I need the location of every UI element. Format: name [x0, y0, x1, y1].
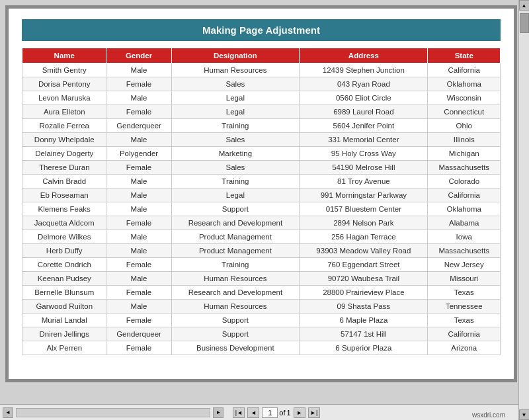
bottom-bar: ◄ ► |◄ ◄ of 1 ► ►| wsxdri.com [0, 404, 518, 420]
table-row: Alx PerrenFemaleBusiness Development6 Su… [22, 341, 501, 355]
table-row: Murial LandalFemaleSupport6 Maple PlazaT… [22, 314, 501, 327]
prev-page-button[interactable]: ◄ [247, 407, 259, 418]
table-row: Delmore WilkesMaleProduct Management256 … [22, 230, 501, 244]
table-cell: Male [106, 272, 171, 286]
table-cell: Female [106, 314, 171, 327]
page-title: Making Page Adjustment [22, 19, 501, 41]
table-cell: 93903 Meadow Valley Road [300, 244, 428, 258]
table-cell: 2894 Nelson Park [300, 216, 428, 230]
table-cell: 760 Eggendart Street [300, 258, 428, 272]
table-cell: Alx Perren [22, 341, 106, 355]
next-page-button[interactable]: ► [294, 407, 305, 418]
table-cell: Ohio [428, 119, 501, 133]
table-cell: Female [106, 105, 171, 119]
table-cell: Marketing [171, 147, 300, 161]
table-cell: Dniren Jellings [22, 327, 106, 341]
table-row: Donny WhelpdaleMaleSales331 Memorial Cen… [22, 133, 501, 147]
table-cell: Texas [428, 314, 501, 327]
table-row: Jacquetta AldcomFemaleResearch and Devel… [22, 216, 501, 230]
table-cell: 90720 Waubesa Trail [300, 272, 428, 286]
table-cell: Support [171, 327, 300, 341]
table-cell: Donny Whelpdale [22, 133, 106, 147]
table-cell: Genderqueer [106, 119, 171, 133]
table-cell: Herb Duffy [22, 244, 106, 258]
table-cell: Male [106, 91, 171, 105]
table-row: Corette OndrichFemaleTraining760 Eggenda… [22, 258, 501, 272]
table-cell: Male [106, 244, 171, 258]
table-cell: Aura Elleton [22, 105, 106, 119]
table-cell: 043 Ryan Road [300, 77, 428, 91]
table-cell: 5604 Jenifer Point [300, 119, 428, 133]
table-cell: Female [106, 161, 171, 175]
table-cell: Legal [171, 105, 300, 119]
table-cell: Dorisa Pentony [22, 77, 106, 91]
table-cell: Male [106, 300, 171, 314]
first-page-button[interactable]: |◄ [233, 407, 245, 418]
table-cell: Keenan Pudsey [22, 272, 106, 286]
table-cell: Murial Landal [22, 314, 106, 327]
table-cell: Research and Development [171, 286, 300, 300]
table-cell: Female [106, 258, 171, 272]
scroll-right-button[interactable]: ► [213, 407, 224, 418]
table-cell: Connecticut [428, 105, 501, 119]
table-cell: Missouri [428, 272, 501, 286]
table-cell: Jacquetta Aldcom [22, 216, 106, 230]
table-row: Aura ElletonFemaleLegal6989 Laurel RoadC… [22, 105, 501, 119]
table-cell: Massachusetts [428, 161, 501, 175]
table-cell: 6989 Laurel Road [300, 105, 428, 119]
table-row: Therese DuranFemaleSales54190 Melrose Hi… [22, 161, 501, 175]
table-cell: Oklahoma [428, 202, 501, 216]
data-table: Name Gender Designation Address State Sm… [22, 48, 501, 355]
table-cell: Michigan [428, 147, 501, 161]
right-scrollbar[interactable]: ▲ ▼ [518, 0, 529, 420]
table-cell: Klemens Feaks [22, 202, 106, 216]
table-cell: Support [171, 314, 300, 327]
table-cell: Male [106, 63, 171, 77]
table-cell: Training [171, 175, 300, 189]
table-cell: Human Resources [171, 272, 300, 286]
table-cell: 81 Troy Avenue [300, 175, 428, 189]
table-cell: 6 Superior Plaza [300, 341, 428, 355]
table-cell: Polygender [106, 147, 171, 161]
table-cell: Product Management [171, 230, 300, 244]
page-info: of 1 [262, 407, 290, 418]
scroll-left-button[interactable]: ◄ [3, 407, 13, 418]
table-cell: 0560 Eliot Circle [300, 91, 428, 105]
scroll-up-button[interactable]: ▲ [519, 0, 530, 11]
table-cell: Levon Maruska [22, 91, 106, 105]
table-cell: Illinois [428, 133, 501, 147]
horizontal-scrollbar-track[interactable] [16, 408, 210, 417]
table-cell: Bernelle Blunsum [22, 286, 106, 300]
table-header: Name Gender Designation Address State [22, 48, 501, 63]
table-cell: Female [106, 286, 171, 300]
table-row: Keenan PudseyMaleHuman Resources90720 Wa… [22, 272, 501, 286]
scroll-down-button[interactable]: ▼ [519, 409, 530, 420]
last-page-button[interactable]: ►| [308, 407, 320, 418]
table-cell: Female [106, 216, 171, 230]
table-row: Smith GentryMaleHuman Resources12439 Ste… [22, 63, 501, 77]
table-cell: Garwood Ruilton [22, 300, 106, 314]
table-cell: New Jersey [428, 258, 501, 272]
table-cell: 331 Memorial Center [300, 133, 428, 147]
col-header-designation: Designation [171, 48, 300, 63]
col-header-name: Name [22, 48, 106, 63]
page-number-input[interactable] [262, 407, 278, 418]
table-cell: Colorado [428, 175, 501, 189]
table-cell: Eb Roseaman [22, 189, 106, 202]
table-cell: Therese Duran [22, 161, 106, 175]
table-cell: 09 Shasta Pass [300, 300, 428, 314]
col-header-gender: Gender [106, 48, 171, 63]
table-cell: Smith Gentry [22, 63, 106, 77]
table-cell: Oklahoma [428, 77, 501, 91]
table-cell: 54190 Melrose Hill [300, 161, 428, 175]
page-content: Making Page Adjustment Name Gender Desig… [9, 9, 514, 379]
table-cell: Research and Development [171, 216, 300, 230]
table-cell: Arizona [428, 341, 501, 355]
table-cell: 256 Hagan Terrace [300, 230, 428, 244]
table-cell: Sales [171, 133, 300, 147]
table-row: Klemens FeaksMaleSupport0157 Bluestem Ce… [22, 202, 501, 216]
page-shadow: Making Page Adjustment Name Gender Desig… [5, 5, 517, 382]
scroll-thumb[interactable] [520, 13, 529, 33]
table-cell: Delmore Wilkes [22, 230, 106, 244]
table-row: Rozalie FerreaGenderqueerTraining5604 Je… [22, 119, 501, 133]
